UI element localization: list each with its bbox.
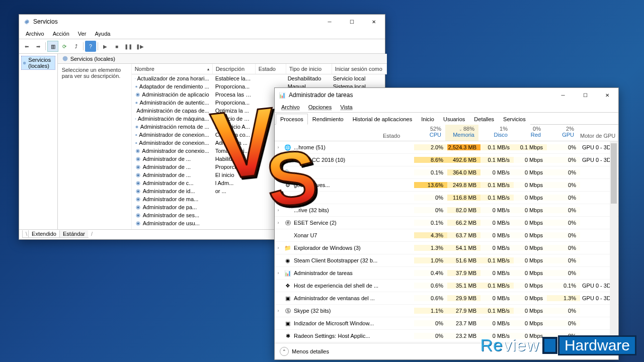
scrollbar[interactable] <box>610 141 618 343</box>
menu-ayuda[interactable]: Ayuda <box>91 30 114 38</box>
process-row[interactable]: ›🌐...hrome (51)2.0%2,524.3 MB0.1 MB/s0.1… <box>275 141 618 154</box>
expand-icon[interactable]: › <box>275 220 282 225</box>
gear-icon <box>135 116 136 122</box>
services-toolbar: ⬅ ➡ ▥ ⟳ ⤴ ? ▶ ■ ❚❚ ❚▶ <box>19 39 385 54</box>
tm-titlebar[interactable]: 📊 Administrador de tareas ─ ☐ ✕ <box>275 88 618 102</box>
expand-icon[interactable]: › <box>275 145 282 150</box>
tab-servicios[interactable]: Servicios <box>499 114 530 125</box>
process-row[interactable]: ›🔍0.1%364.0 MB0 MB/s0 Mbps0% <box>275 166 618 179</box>
col-nombre[interactable] <box>275 125 381 141</box>
tab-inicio[interactable]: Inicio <box>417 114 439 125</box>
col-motor-gpu[interactable]: Motor de GPU <box>578 125 618 141</box>
process-row[interactable]: Xonar U74.3%63.7 MB0 MB/s0 Mbps0% <box>275 229 618 242</box>
svg-point-16 <box>136 126 137 127</box>
clip-icon <box>542 337 557 354</box>
col-estado[interactable]: Estado <box>381 125 412 141</box>
expand-icon[interactable]: › <box>275 157 282 162</box>
services-menubar: Archivo Acción Ver Ayuda <box>19 29 385 39</box>
tab-detalles[interactable]: Detalles <box>469 114 499 125</box>
task-manager-window: 📊 Administrador de tareas ─ ☐ ✕ Archivo … <box>274 87 619 360</box>
svg-point-22 <box>137 150 138 152</box>
close-button[interactable]: ✕ <box>363 15 385 29</box>
app-icon: ❖ <box>284 282 292 290</box>
menu-accion[interactable]: Acción <box>49 30 73 38</box>
export-icon[interactable]: ⤴ <box>70 41 82 52</box>
process-row[interactable]: ▣Indizador de Microsoft Window...0%23.7 … <box>275 317 618 330</box>
col-descripcion[interactable]: Descripción <box>213 64 256 74</box>
col-gpu[interactable]: 2%GPU <box>545 125 578 141</box>
expand-icon[interactable]: › <box>275 308 282 313</box>
process-row[interactable]: ›📁Explorador de Windows (3)1.3%54.1 MB0 … <box>275 242 618 254</box>
menu-ver[interactable]: Ver <box>74 30 90 38</box>
svg-point-1 <box>23 61 26 64</box>
expand-icon[interactable]: › <box>275 245 282 250</box>
process-row[interactable]: ›📊Administrador de tareas0.4%37.9 MB0 MB… <box>275 267 618 280</box>
app-icon: ⚙ <box>284 181 292 189</box>
tab-usuarios[interactable]: Usuarios <box>439 114 469 125</box>
services-local-node[interactable]: Servicios (locales) <box>21 56 55 70</box>
minimize-button[interactable]: ─ <box>552 88 574 102</box>
process-row[interactable]: ⚙googledrives...13.6%249.8 MB0.1 MB/s0 M… <box>275 179 618 192</box>
menu-vista[interactable]: Vista <box>337 103 356 111</box>
app-icon: ▣ <box>284 319 292 327</box>
tab-procesos[interactable]: Procesos <box>276 114 308 125</box>
app-icon: 📁 <box>284 244 292 252</box>
process-row[interactable]: 0%116.8 MB0.1 MB/s0 Mbps0% <box>275 192 618 204</box>
svg-point-24 <box>137 158 139 159</box>
expand-icon[interactable]: › <box>275 208 282 213</box>
tab-estandar[interactable]: Estándar <box>59 230 89 238</box>
pane-icon[interactable]: ▥ <box>47 41 58 52</box>
process-row[interactable]: ◉Steam Client Bootstrapper (32 b...1.0%5… <box>275 254 618 267</box>
process-row[interactable]: ❖Host de experiencia del shell de ...0.6… <box>275 280 618 292</box>
svg-point-26 <box>137 166 139 167</box>
col-tipo-inicio[interactable]: Tipo de inicio <box>286 64 332 74</box>
col-memoria[interactable]: ⌄ 88%Memoria <box>445 125 478 141</box>
fewer-details-label[interactable]: Menos detalles <box>292 348 329 354</box>
watermark-review: Review <box>480 335 539 355</box>
app-icon: ▣ <box>284 294 292 302</box>
gear-icon <box>135 132 138 138</box>
maximize-button[interactable]: ☐ <box>574 88 596 102</box>
close-button[interactable]: ✕ <box>596 88 618 102</box>
service-row[interactable]: Actualizador de zona horari...Establece … <box>132 74 387 82</box>
menu-opciones[interactable]: Opciones <box>305 103 335 111</box>
maximize-button[interactable]: ☐ <box>341 15 363 29</box>
app-icon <box>284 194 292 202</box>
tab-rendimiento[interactable]: Rendimiento <box>308 114 348 125</box>
services-nav-pane: Servicios (locales) <box>19 54 58 229</box>
expand-icon[interactable]: › <box>275 170 282 175</box>
expand-icon[interactable]: › <box>275 270 282 276</box>
menu-archivo[interactable]: Archivo <box>22 30 48 38</box>
process-row[interactable]: ▣Administrador de ventanas del ...0.6%29… <box>275 292 618 305</box>
process-row[interactable]: ›🅿...shop CC 2018 (10)8.6%492.6 MB0.1 MB… <box>275 154 618 166</box>
tab-historial-de-aplicaciones[interactable]: Historial de aplicaciones <box>348 114 417 125</box>
help-icon[interactable]: ? <box>85 41 96 52</box>
tab-extendido[interactable]: Extendido <box>28 230 60 238</box>
process-row[interactable]: ›ⓔESET Service (2)0.1%66.2 MB0 MB/s0 Mbp… <box>275 217 618 229</box>
app-icon: 🌐 <box>284 143 292 151</box>
refresh-icon[interactable]: ⟳ <box>59 41 70 52</box>
gear-icon <box>135 164 141 170</box>
col-nombre[interactable]: Nombre ▴ <box>132 64 213 74</box>
back-icon[interactable]: ⬅ <box>21 41 32 52</box>
tm-column-headers: Estado 52%CPU ⌄ 88%Memoria 1%Disco 0%Red… <box>275 125 618 141</box>
process-row[interactable]: ›...rive (32 bits)0%82.0 MB0 MB/s0 Mbps0… <box>275 204 618 217</box>
app-icon <box>284 206 292 214</box>
gear-icon <box>135 100 138 106</box>
gear-icon <box>135 172 141 178</box>
fewer-details-icon[interactable]: ⌃ <box>280 347 289 356</box>
services-titlebar[interactable]: Servicios ─ ☐ ✕ <box>19 15 385 29</box>
col-disco[interactable]: 1%Disco <box>478 125 512 141</box>
menu-archivo[interactable]: Archivo <box>278 103 303 111</box>
services-description-pane: Seleccione un elemento para ver su descr… <box>58 64 132 229</box>
gear-icon <box>23 18 30 25</box>
col-iniciar-sesion[interactable]: Iniciar sesión como <box>332 64 387 74</box>
process-row[interactable]: ›ⓈSkype (32 bits)1.1%27.9 MB0.1 MB/s0 Mb… <box>275 305 618 317</box>
gear-icon <box>135 83 138 90</box>
gear-icon <box>135 75 136 82</box>
col-cpu[interactable]: 52%CPU <box>412 125 445 141</box>
svg-point-30 <box>137 182 139 184</box>
col-red[interactable]: 0%Red <box>512 125 545 141</box>
col-estado[interactable]: Estado <box>256 64 286 74</box>
minimize-button[interactable]: ─ <box>318 15 341 29</box>
